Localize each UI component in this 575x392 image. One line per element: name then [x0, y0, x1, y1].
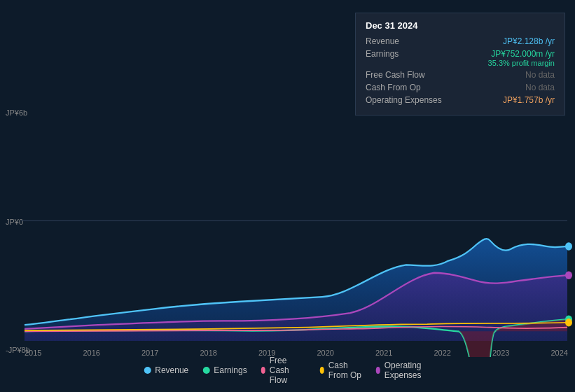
legend-item-earnings[interactable]: Earnings [202, 365, 247, 375]
tooltip-label-fcf: Free Cash Flow [366, 70, 443, 80]
chart-area: JP¥6b JP¥0 -JP¥8b [0, 108, 575, 357]
legend-label-fcf: Free Cash Flow [270, 356, 306, 385]
tooltip-value-earnings-group: JP¥752.000m /yr 35.3% profit margin [484, 49, 555, 67]
tooltip-label-opex: Operating Expenses [366, 95, 443, 105]
tooltip-row-opex: Operating Expenses JP¥1.757b /yr [366, 95, 555, 105]
x-label-2015: 2015 [25, 349, 41, 357]
legend-dot-cashfromop [320, 367, 324, 374]
legend-label-opex: Operating Expenses [385, 360, 431, 380]
tooltip-label-cashfromop: Cash From Op [366, 83, 443, 92]
svg-point-2 [565, 271, 572, 279]
x-label-2024: 2024 [551, 349, 568, 357]
tooltip-profit-margin: 35.3% profit margin [488, 59, 555, 67]
tooltip-row-fcf: Free Cash Flow No data [366, 70, 555, 80]
legend-item-fcf[interactable]: Free Cash Flow [261, 356, 306, 385]
tooltip-value-earnings: JP¥752.000m /yr [491, 49, 555, 59]
x-label-2023: 2023 [492, 349, 509, 357]
legend-dot-fcf [261, 367, 265, 374]
legend-label-earnings: Earnings [214, 365, 247, 375]
svg-point-4 [565, 318, 572, 326]
x-label-2016: 2016 [83, 349, 100, 357]
tooltip-label-earnings: Earnings [366, 49, 443, 59]
svg-point-1 [565, 242, 572, 250]
legend-label-cashfromop: Cash From Op [328, 360, 362, 380]
tooltip-value-fcf: No data [525, 70, 555, 80]
tooltip-label-revenue: Revenue [366, 36, 443, 46]
tooltip-value-opex: JP¥1.757b /yr [503, 95, 555, 105]
tooltip-value-cashfromop: No data [525, 83, 555, 92]
tooltip-row-revenue: Revenue JP¥2.128b /yr [366, 36, 555, 46]
legend-item-opex[interactable]: Operating Expenses [376, 360, 431, 380]
legend-dot-revenue [144, 367, 151, 374]
legend-label-revenue: Revenue [155, 365, 188, 375]
tooltip-row-earnings: Earnings JP¥752.000m /yr 35.3% profit ma… [366, 49, 555, 67]
tooltip-card: Dec 31 2024 Revenue JP¥2.128b /yr Earnin… [355, 13, 565, 115]
x-label-2022: 2022 [434, 349, 451, 357]
legend-dot-earnings [202, 367, 209, 374]
tooltip-value-revenue: JP¥2.128b /yr [503, 36, 555, 46]
legend-dot-opex [376, 367, 380, 374]
tooltip-date: Dec 31 2024 [366, 20, 555, 31]
tooltip-row-cashfromop: Cash From Op No data [366, 83, 555, 92]
legend: Revenue Earnings Free Cash Flow Cash Fro… [144, 356, 431, 385]
legend-item-cashfromop[interactable]: Cash From Op [320, 360, 362, 380]
main-chart [0, 108, 575, 357]
legend-item-revenue[interactable]: Revenue [144, 365, 188, 375]
